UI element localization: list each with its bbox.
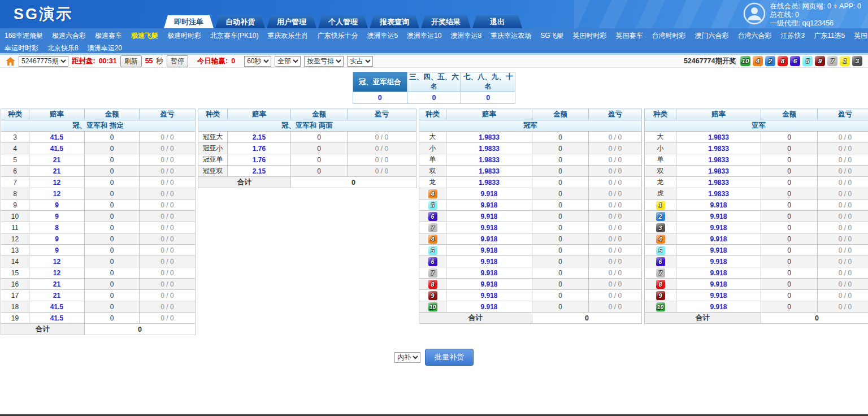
odds-cell[interactable]: 1.9833	[676, 177, 761, 188]
odds-cell[interactable]: 9.918	[676, 267, 761, 279]
odds-cell[interactable]: 8	[29, 222, 85, 233]
odds-cell[interactable]: 9	[29, 233, 85, 245]
game-menu-item[interactable]: 澳洲幸运8	[446, 31, 486, 41]
odds-cell[interactable]: 1.76	[228, 143, 291, 154]
odds-cell[interactable]: 41.5	[29, 313, 85, 324]
summary-tab[interactable]: 七、八、九、十名	[461, 72, 515, 92]
odds-cell[interactable]: 9.918	[446, 256, 532, 267]
odds-cell[interactable]: 9	[29, 200, 85, 211]
odds-cell[interactable]: 12	[29, 267, 85, 279]
odds-cell[interactable]: 9.918	[446, 267, 532, 279]
odds-cell[interactable]: 9.918	[446, 279, 532, 290]
odds-cell[interactable]: 41.5	[29, 301, 85, 313]
bet-row: 62100 / 0	[1, 166, 196, 177]
odds-cell[interactable]: 9.918	[446, 188, 532, 200]
filter-select-2[interactable]: 按盈亏排	[304, 56, 344, 67]
nav-tab[interactable]: 个人管理	[318, 15, 368, 28]
odds-cell[interactable]: 1.76	[228, 154, 291, 166]
odds-cell[interactable]: 9.918	[446, 233, 532, 245]
odds-cell[interactable]: 9.918	[676, 279, 761, 290]
amount-cell: 0	[761, 222, 818, 233]
game-menu-item[interactable]: 江苏快3	[776, 31, 809, 41]
odds-cell[interactable]: 9.918	[446, 290, 532, 301]
nav-tab[interactable]: 开奖结果	[421, 15, 471, 28]
odds-cell[interactable]: 1.9833	[446, 177, 532, 188]
game-menu-item[interactable]: 台湾时时彩	[647, 31, 690, 41]
nav-tab[interactable]: 自动补货	[215, 15, 265, 28]
odds-cell[interactable]: 1.9833	[676, 154, 761, 166]
game-menu-item[interactable]: 广东11选5	[809, 31, 849, 41]
game-menu-item[interactable]: 幸运时时彩	[0, 44, 43, 53]
summary-tab[interactable]: 三、四、五、六名	[407, 72, 461, 92]
filter-select-0[interactable]: 60秒	[244, 56, 271, 67]
odds-cell[interactable]: 9.918	[446, 245, 532, 256]
odds-cell[interactable]: 9.918	[676, 301, 761, 313]
filter-select-3[interactable]: 实占	[347, 56, 373, 67]
game-menu-item[interactable]: 北京赛车(PK10)	[206, 31, 263, 41]
nav-tab[interactable]: 报表查询	[370, 15, 419, 28]
odds-cell[interactable]: 1.9833	[676, 166, 761, 177]
odds-cell[interactable]: 2.15	[228, 166, 291, 177]
odds-cell[interactable]: 21	[29, 166, 85, 177]
odds-cell[interactable]: 21	[29, 279, 85, 290]
game-menu-item[interactable]: 重庆欢乐生肖	[263, 31, 313, 41]
odds-cell[interactable]: 9	[29, 245, 85, 256]
game-menu-item[interactable]: SG飞艇	[536, 31, 568, 41]
odds-cell[interactable]: 9.918	[676, 211, 761, 222]
odds-cell[interactable]: 9.918	[446, 211, 532, 222]
game-menu-item[interactable]: 台湾六合彩	[733, 31, 776, 41]
game-menu-item[interactable]: 极速赛车	[90, 31, 127, 41]
odds-cell[interactable]: 12	[29, 177, 85, 188]
odds-cell[interactable]: 9.918	[446, 301, 532, 313]
game-menu-item[interactable]: 极速飞艇	[127, 31, 163, 41]
game-menu-item[interactable]: 北京快乐8	[43, 44, 83, 53]
replenish-mode-select[interactable]: 内补	[394, 352, 420, 363]
odds-cell[interactable]: 1.9833	[676, 143, 761, 154]
nav-tab[interactable]: 退出	[472, 15, 522, 28]
odds-cell[interactable]: 9.918	[676, 233, 761, 245]
odds-cell[interactable]: 1.9833	[446, 132, 532, 143]
odds-cell[interactable]: 12	[29, 188, 85, 200]
odds-cell[interactable]: 12	[29, 256, 85, 267]
nav-tab[interactable]: 即时注单	[164, 15, 214, 28]
game-menu-item[interactable]: 极速六合彩	[47, 31, 90, 41]
odds-cell[interactable]: 9.918	[676, 222, 761, 233]
odds-cell[interactable]: 41.5	[29, 143, 85, 154]
odds-cell[interactable]: 1.9833	[446, 143, 532, 154]
game-menu-item[interactable]: 英国飞艇	[849, 31, 868, 41]
odds-cell[interactable]: 9.918	[676, 290, 761, 301]
game-menu-item[interactable]: 168幸運飛艇	[0, 31, 47, 41]
odds-cell[interactable]: 1.9833	[446, 154, 532, 166]
batch-replenish-button[interactable]: 批量补货	[425, 349, 474, 366]
odds-cell[interactable]: 1.9833	[676, 188, 761, 200]
odds-cell[interactable]: 21	[29, 290, 85, 301]
period-select[interactable]: 52467775期	[19, 56, 68, 67]
game-menu-item[interactable]: 澳洲幸运5	[362, 31, 402, 41]
game-menu-item[interactable]: 澳洲幸运10	[402, 31, 446, 41]
home-icon[interactable]	[6, 57, 15, 66]
game-menu-item[interactable]: 英国赛车	[611, 31, 647, 41]
odds-cell[interactable]: 9.918	[446, 200, 532, 211]
odds-cell[interactable]: 1.9833	[676, 132, 761, 143]
odds-cell[interactable]: 9.918	[446, 222, 532, 233]
odds-cell[interactable]: 9.918	[676, 245, 761, 256]
odds-cell[interactable]: 1.9833	[446, 166, 532, 177]
odds-cell[interactable]: 9	[29, 211, 85, 222]
game-menu-item[interactable]: 英国时时彩	[568, 31, 611, 41]
game-menu-item[interactable]: 澳门六合彩	[690, 31, 733, 41]
game-menu-item[interactable]: 澳洲幸运20	[83, 44, 127, 53]
odds-cell[interactable]: 9.918	[676, 200, 761, 211]
game-menu-item[interactable]: 广东快乐十分	[313, 31, 362, 41]
nav-tab[interactable]: 用户管理	[267, 15, 316, 28]
bet-option-label: 11	[1, 222, 29, 233]
refresh-button[interactable]: 刷新	[120, 55, 142, 67]
pause-button[interactable]: 暂停	[167, 55, 188, 67]
odds-cell[interactable]: 41.5	[29, 132, 85, 143]
game-menu-item[interactable]: 重庆幸运农场	[486, 31, 536, 41]
odds-cell[interactable]: 2.15	[228, 132, 291, 143]
game-menu-item[interactable]: 极速时时彩	[163, 31, 206, 41]
odds-cell[interactable]: 21	[29, 154, 85, 166]
filter-select-1[interactable]: 全部	[275, 56, 301, 67]
summary-tab[interactable]: 冠、亚军组合	[353, 72, 407, 92]
odds-cell[interactable]: 9.918	[676, 256, 761, 267]
